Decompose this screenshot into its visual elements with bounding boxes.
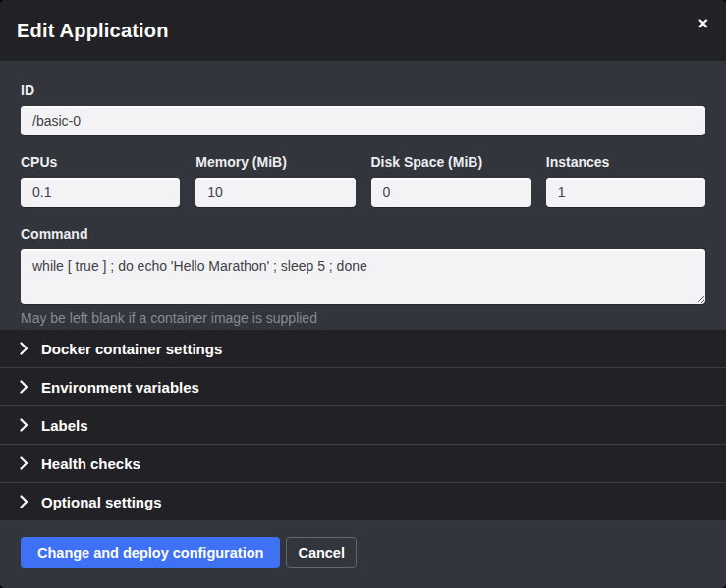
section-label: Environment variables bbox=[41, 379, 199, 396]
application-form: ID CPUs Memory (MiB) Disk Space (MiB) In… bbox=[0, 61, 726, 330]
cancel-button[interactable]: Cancel bbox=[286, 537, 357, 568]
instances-input[interactable] bbox=[546, 178, 705, 207]
section-health-checks[interactable]: Health checks bbox=[0, 445, 726, 483]
id-input[interactable] bbox=[21, 106, 705, 135]
disk-input[interactable] bbox=[371, 178, 531, 207]
cpus-input[interactable] bbox=[21, 178, 180, 207]
chevron-right-icon bbox=[20, 418, 28, 432]
page-title: Edit Application bbox=[17, 20, 169, 42]
chevron-right-icon bbox=[20, 380, 28, 394]
section-environment-variables[interactable]: Environment variables bbox=[0, 368, 726, 406]
memory-input[interactable] bbox=[195, 178, 355, 207]
disk-field-group: Disk Space (MiB) bbox=[371, 154, 531, 207]
cpus-field-group: CPUs bbox=[21, 154, 180, 207]
settings-accordion: Docker container settings Environment va… bbox=[0, 330, 726, 520]
instances-field-group: Instances bbox=[546, 154, 705, 207]
command-label: Command bbox=[21, 226, 705, 241]
chevron-right-icon bbox=[20, 456, 28, 470]
section-label: Optional settings bbox=[41, 494, 162, 510]
edit-application-modal: Edit Application × ID CPUs Memory (MiB) … bbox=[0, 0, 726, 588]
resources-row: CPUs Memory (MiB) Disk Space (MiB) Insta… bbox=[21, 154, 705, 207]
id-field-group: ID bbox=[21, 82, 705, 135]
section-label: Docker container settings bbox=[41, 341, 222, 357]
change-and-deploy-button[interactable]: Change and deploy configuration bbox=[21, 537, 280, 568]
instances-label: Instances bbox=[546, 154, 705, 170]
command-field-group: Command while [ true ] ; do echo 'Hello … bbox=[21, 226, 705, 326]
close-icon[interactable]: × bbox=[694, 13, 712, 34]
modal-footer: Change and deploy configuration Cancel bbox=[0, 520, 726, 588]
modal-header: Edit Application × bbox=[0, 0, 726, 61]
command-textarea[interactable]: while [ true ] ; do echo 'Hello Marathon… bbox=[21, 249, 705, 304]
id-label: ID bbox=[21, 82, 705, 98]
section-docker-container-settings[interactable]: Docker container settings bbox=[0, 330, 726, 368]
section-label: Health checks bbox=[41, 455, 140, 472]
chevron-right-icon bbox=[20, 495, 28, 508]
section-optional-settings[interactable]: Optional settings bbox=[0, 483, 726, 520]
section-label: Labels bbox=[41, 417, 88, 434]
disk-label: Disk Space (MiB) bbox=[371, 154, 531, 170]
command-help-text: May be left blank if a container image i… bbox=[21, 310, 705, 326]
memory-field-group: Memory (MiB) bbox=[195, 154, 355, 207]
cpus-label: CPUs bbox=[21, 154, 180, 170]
memory-label: Memory (MiB) bbox=[195, 154, 355, 170]
section-labels[interactable]: Labels bbox=[0, 406, 726, 445]
chevron-right-icon bbox=[20, 342, 28, 355]
